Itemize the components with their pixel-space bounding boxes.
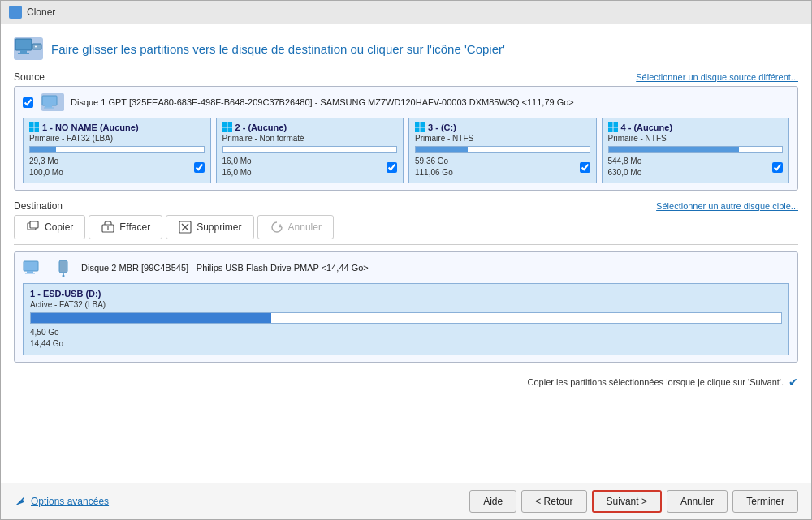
svg-rect-0 [15, 39, 32, 50]
partition-1-title: 1 - NO NAME (Aucune) [29, 122, 205, 132]
cancel-button[interactable]: Annuler [667, 490, 728, 513]
partition-4-sizes: 544,8 Mo 630,0 Mo [608, 156, 642, 178]
svg-rect-1 [20, 50, 27, 53]
svg-rect-21 [613, 122, 618, 127]
partition-3-fill [416, 147, 468, 152]
destination-monitor-icon [23, 259, 45, 277]
svg-rect-23 [613, 128, 618, 133]
windows-icon-3 [415, 122, 425, 132]
svg-rect-5 [42, 96, 57, 105]
partition-2-sizes: 16,0 Mo 16,0 Mo [222, 156, 252, 178]
main-content: Faire glisser les partitions vers le dis… [1, 24, 811, 483]
header-text: Faire glisser les partitions vers le dis… [51, 42, 505, 56]
source-link[interactable]: Sélectionner un disque source différent.… [636, 72, 798, 82]
bottom-bar: Options avancées Aide < Retour Suivant >… [1, 483, 811, 519]
svg-rect-2 [18, 53, 29, 54]
destination-toolbar: Copier Effacer [14, 215, 798, 245]
svg-rect-6 [45, 105, 52, 108]
drive-header-icon [14, 37, 43, 60]
window-title: Cloner [27, 6, 55, 18]
svg-rect-33 [25, 273, 35, 274]
svg-rect-8 [29, 122, 34, 127]
svg-rect-20 [608, 122, 613, 127]
svg-point-35 [63, 275, 65, 277]
check-icon: ✔ [788, 376, 798, 389]
window-icon [9, 6, 22, 19]
header-instruction: Faire glisser les partitions vers le dis… [14, 32, 798, 67]
partitions-row: 1 - NO NAME (Aucune) Primaire - FAT32 (L… [23, 118, 789, 183]
partition-1-progress [29, 146, 205, 153]
partition-2-progress [222, 146, 398, 153]
svg-rect-31 [24, 261, 38, 271]
source-disk-container: Disque 1 GPT [325FEA80-683E-498F-B648-20… [14, 86, 798, 191]
next-button[interactable]: Suivant > [592, 490, 662, 513]
svg-rect-22 [608, 128, 613, 133]
title-bar: Cloner [1, 1, 811, 24]
partition-1: 1 - NO NAME (Aucune) Primaire - FAT32 (L… [23, 118, 211, 183]
options-link[interactable]: Options avancées [14, 495, 109, 508]
partition-4-progress [608, 146, 784, 153]
wrench-icon [14, 495, 27, 508]
back-button[interactable]: < Retour [521, 490, 586, 513]
destination-partition: 1 - ESD-USB (D:) Active - FAT32 (LBA) 4,… [23, 283, 789, 355]
source-label: Source [14, 71, 45, 83]
destination-link[interactable]: Sélectionner un autre disque cible... [656, 201, 798, 211]
destination-label: Destination [14, 200, 63, 212]
windows-icon-4 [608, 122, 618, 132]
svg-rect-13 [227, 122, 232, 127]
source-disk-checkbox[interactable] [23, 97, 33, 108]
main-window: Cloner Faire glisser les partitions vers… [0, 0, 812, 520]
copy-button[interactable]: Copier [14, 215, 85, 239]
cancel-toolbar-button[interactable]: Annuler [257, 215, 334, 239]
svg-rect-7 [44, 108, 54, 109]
svg-rect-12 [222, 122, 227, 127]
partition-1-footer: 29,3 Mo 100,0 Mo [29, 156, 205, 178]
partition-2-footer: 16,0 Mo 16,0 Mo [222, 156, 398, 178]
help-button[interactable]: Aide [469, 490, 516, 513]
svg-rect-15 [227, 128, 232, 133]
erase-icon [101, 220, 115, 234]
partition-4-fill [609, 147, 739, 152]
cancel-toolbar-icon [270, 220, 284, 234]
destination-disk-title: Disque 2 MBR [99C4B545] - Philips USB Fl… [81, 263, 369, 273]
partition-1-checkbox[interactable] [194, 162, 205, 173]
partition-3-title: 3 - (C:) [415, 122, 590, 132]
usb-icon [52, 259, 75, 277]
delete-icon [178, 220, 192, 234]
partition-4: 4 - (Aucune) Primaire - NTFS 544,8 Mo 63… [602, 118, 790, 183]
partition-3-footer: 59,36 Go 111,06 Go [415, 156, 590, 178]
destination-disk-header: Disque 2 MBR [99C4B545] - Philips USB Fl… [23, 259, 789, 277]
svg-rect-32 [27, 271, 33, 273]
delete-button[interactable]: Supprimer [166, 215, 253, 239]
svg-rect-18 [415, 128, 420, 133]
svg-rect-16 [415, 122, 420, 127]
partition-3-progress [415, 146, 590, 153]
finish-button[interactable]: Terminer [732, 490, 798, 513]
svg-rect-19 [421, 128, 425, 133]
bottom-buttons: Aide < Retour Suivant > Annuler Terminer [469, 490, 798, 513]
partition-3-sizes: 59,36 Go 111,06 Go [415, 156, 453, 178]
partition-4-checkbox[interactable] [772, 162, 783, 173]
svg-point-4 [35, 46, 37, 48]
svg-rect-25 [30, 221, 38, 228]
svg-rect-3 [32, 44, 41, 49]
windows-icon-2 [222, 122, 232, 132]
partition-4-footer: 544,8 Mo 630,0 Mo [608, 156, 784, 178]
destination-sizes: 4,50 Go 14,44 Go [30, 327, 782, 350]
partition-4-title: 4 - (Aucune) [608, 122, 784, 132]
erase-button[interactable]: Effacer [89, 215, 162, 239]
destination-disk-container: Disque 2 MBR [99C4B545] - Philips USB Fl… [14, 251, 798, 363]
source-disk-header: Disque 1 GPT [325FEA80-683E-498F-B648-20… [23, 93, 789, 111]
copy-icon [26, 220, 41, 234]
partition-3-checkbox[interactable] [580, 162, 590, 173]
partition-2-checkbox[interactable] [387, 162, 397, 173]
destination-progress [30, 312, 782, 324]
partition-2: 2 - (Aucune) Primaire - Non formaté 16,0… [216, 118, 404, 183]
destination-progress-fill [31, 313, 271, 323]
windows-icon-1 [29, 122, 39, 132]
svg-rect-34 [59, 260, 67, 273]
destination-header: Destination Sélectionner un autre disque… [14, 200, 798, 212]
svg-rect-9 [35, 122, 40, 127]
svg-rect-17 [421, 122, 425, 127]
destination-section: Destination Sélectionner un autre disque… [14, 200, 798, 363]
